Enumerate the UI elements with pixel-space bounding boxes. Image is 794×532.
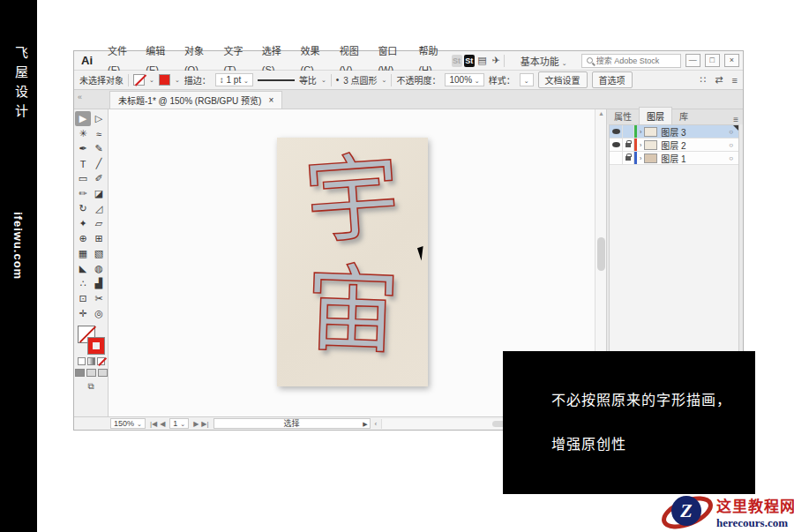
hand-tool[interactable]: ✛ xyxy=(75,306,91,321)
chevron-down-icon[interactable]: ⌄ xyxy=(175,77,180,84)
last-artboard-icon[interactable]: ▶| xyxy=(201,420,208,428)
blend-tool[interactable]: ◍ xyxy=(91,261,107,276)
direct-selection-tool[interactable]: ▷ xyxy=(91,111,107,126)
flyout-icon[interactable]: ▶ xyxy=(363,419,367,429)
layer-name[interactable]: 图层 2 xyxy=(661,139,729,152)
workspace-switcher[interactable]: 基本功能 ⌄ xyxy=(515,53,573,69)
rotate-tool[interactable]: ↻ xyxy=(75,201,91,216)
close-button[interactable]: × xyxy=(724,54,739,67)
artboard-number-field[interactable]: 1 ⌄ xyxy=(169,418,189,429)
divider xyxy=(504,55,505,67)
lasso-tool[interactable]: ≈ xyxy=(91,126,107,141)
document-setup-button[interactable]: 文档设置 xyxy=(538,71,588,88)
graph-tool[interactable]: ▟ xyxy=(91,276,107,291)
preferences-button[interactable]: 首选项 xyxy=(592,71,633,88)
visibility-toggle[interactable] xyxy=(610,125,623,138)
paintbrush-tool[interactable]: ✐ xyxy=(91,171,107,186)
arrange-icon[interactable]: ⇄ xyxy=(715,74,723,86)
rectangle-tool[interactable]: ▭ xyxy=(75,171,91,186)
tab-properties[interactable]: 属性 xyxy=(607,108,639,124)
layer-name[interactable]: 图层 3 xyxy=(661,125,729,139)
search-input[interactable] xyxy=(596,56,676,65)
eyedropper-tool[interactable]: ◣ xyxy=(75,261,91,276)
selection-tool[interactable]: ▶ xyxy=(75,111,91,126)
screen-mode-icon[interactable]: ⧉ xyxy=(87,381,94,392)
lock-toggle[interactable] xyxy=(623,152,634,164)
vertical-scroll-thumb[interactable] xyxy=(597,237,605,271)
line-tool[interactable]: ╱ xyxy=(91,156,107,171)
minimize-button[interactable]: — xyxy=(685,54,700,67)
stepper-icon[interactable]: ↕ xyxy=(220,75,224,85)
shape-builder-tool[interactable]: ⊕ xyxy=(75,231,91,246)
arrange-documents-icon[interactable]: ▤ xyxy=(476,55,489,66)
gradient-tool[interactable]: ▧ xyxy=(91,246,107,261)
visibility-toggle[interactable] xyxy=(610,139,623,151)
draw-inside-button[interactable] xyxy=(98,369,108,377)
target-circle-icon[interactable]: ○ xyxy=(729,141,733,149)
mesh-tool[interactable]: ▦ xyxy=(75,246,91,261)
width-tool[interactable]: ✦ xyxy=(75,216,91,231)
brush-definition[interactable]: 3 点圆形 xyxy=(343,73,377,86)
zoom-tool[interactable]: ◎ xyxy=(91,306,107,321)
lock-toggle[interactable] xyxy=(623,125,634,138)
none-button[interactable] xyxy=(97,357,105,365)
pen-tool[interactable]: ✒ xyxy=(75,141,91,156)
lock-icon xyxy=(625,156,631,161)
prev-artboard-icon[interactable]: ◀ xyxy=(160,420,165,428)
collapse-panel-icon[interactable]: « xyxy=(78,93,81,101)
color-button[interactable] xyxy=(78,357,86,365)
brand-sidebar: 飞屋设计 ifeiwu.com xyxy=(0,0,37,532)
visibility-toggle[interactable] xyxy=(610,152,623,164)
share-icon[interactable]: ✈ xyxy=(490,55,502,66)
target-circle-icon[interactable]: ○ xyxy=(729,154,733,162)
magic-wand-tool[interactable]: ✳ xyxy=(75,126,91,141)
chevron-down-icon[interactable]: ⌄ xyxy=(321,77,326,84)
chevron-down-icon[interactable]: ⌄ xyxy=(149,77,154,84)
stroke-color-swatch[interactable] xyxy=(159,74,170,86)
align-icon[interactable]: ∷ xyxy=(700,74,706,86)
next-artboard-icon[interactable]: ▶ xyxy=(193,420,198,428)
expand-icon[interactable]: › xyxy=(637,155,644,161)
free-transform-tool[interactable]: ▱ xyxy=(91,216,107,231)
stroke-weight-field[interactable]: ↕ 1 pt ⌄ xyxy=(215,73,253,86)
logo-letter-badge: Z xyxy=(671,496,701,526)
stroke-swatch-red[interactable] xyxy=(88,338,104,354)
zoom-level-field[interactable]: 150% ⌄ xyxy=(110,418,146,429)
draw-behind-button[interactable] xyxy=(86,369,96,377)
slice-tool[interactable]: ✂ xyxy=(91,291,107,306)
chevron-down-icon[interactable]: ⌄ xyxy=(382,77,387,84)
opacity-field[interactable]: 100% ⌄ xyxy=(445,73,483,86)
close-tab-icon[interactable]: × xyxy=(268,95,273,105)
reference-image[interactable]: 宇 宙 xyxy=(277,138,428,386)
tab-layers[interactable]: 图层 xyxy=(639,107,672,124)
expand-icon[interactable]: › xyxy=(637,129,644,135)
symbol-sprayer-tool[interactable]: ∴ xyxy=(75,276,91,291)
artboard-tool[interactable]: ⊡ xyxy=(75,291,91,306)
document-tab[interactable]: 未标题-1* @ 150% (RGB/GPU 预览) × xyxy=(109,91,282,109)
stock-search-box[interactable] xyxy=(581,54,681,68)
panel-menu-icon[interactable]: ≡ xyxy=(733,115,743,124)
shaper-tool[interactable]: ✏ xyxy=(75,186,91,201)
curvature-tool[interactable]: ✎ xyxy=(91,141,107,156)
gradient-button[interactable] xyxy=(87,357,95,365)
type-tool[interactable]: T xyxy=(75,156,91,171)
style-field[interactable]: ⌄ xyxy=(520,73,534,86)
divider xyxy=(391,74,392,86)
first-artboard-icon[interactable]: |◀ xyxy=(150,420,157,428)
adobe-stock-icon[interactable]: St xyxy=(464,55,475,67)
tab-libraries[interactable]: 库 xyxy=(672,108,695,124)
perspective-grid-tool[interactable]: ⊞ xyxy=(91,231,107,246)
draw-normal-button[interactable] xyxy=(75,369,85,377)
expand-icon[interactable]: › xyxy=(637,142,644,148)
layer-row-2[interactable]: › 图层 2 ○ xyxy=(610,139,738,152)
maximize-button[interactable]: □ xyxy=(705,54,720,67)
scale-tool[interactable]: ◿ xyxy=(91,201,107,216)
fill-color-swatch[interactable] xyxy=(133,74,145,86)
list-icon[interactable]: ≡ xyxy=(732,75,738,86)
lock-toggle[interactable] xyxy=(623,139,634,151)
eraser-tool[interactable]: ◪ xyxy=(91,186,107,201)
layer-name[interactable]: 图层 1 xyxy=(661,152,729,165)
layer-row-3[interactable]: › 图层 3 ○ xyxy=(610,125,738,139)
layer-row-1[interactable]: › 图层 1 ○ xyxy=(610,152,738,165)
scroll-left-icon[interactable]: ‹ xyxy=(375,420,378,428)
